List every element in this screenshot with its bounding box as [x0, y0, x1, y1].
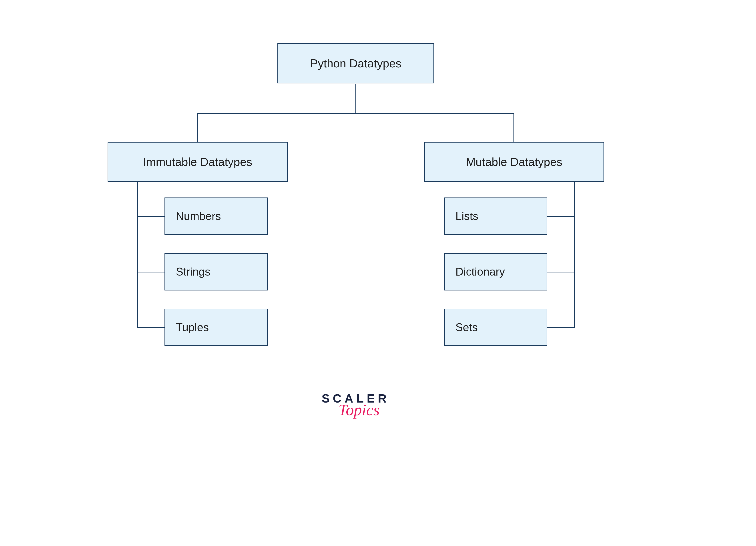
- root-node: Python Datatypes: [277, 43, 434, 83]
- category-immutable: Immutable Datatypes: [108, 142, 288, 182]
- leaf-numbers: Numbers: [164, 197, 268, 235]
- connector: [547, 328, 574, 328]
- connector: [547, 216, 574, 217]
- leaf-lists: Lists: [444, 197, 547, 235]
- connector: [574, 182, 575, 328]
- leaf-sets: Sets: [444, 309, 547, 346]
- connector: [137, 272, 164, 272]
- brand-logo: SCALER Topics: [316, 392, 396, 419]
- connector: [137, 216, 164, 217]
- leaf-tuples: Tuples: [164, 309, 268, 346]
- connector: [137, 328, 164, 328]
- connector: [513, 113, 514, 142]
- category-mutable: Mutable Datatypes: [424, 142, 604, 182]
- leaf-strings: Strings: [164, 253, 268, 291]
- connector: [197, 113, 198, 142]
- connector: [137, 182, 138, 328]
- hierarchy-diagram: Python Datatypes Immutable Datatypes Mut…: [0, 0, 756, 546]
- connector: [547, 272, 574, 272]
- connector: [197, 113, 514, 114]
- leaf-dictionary: Dictionary: [444, 253, 547, 291]
- connector: [355, 84, 356, 113]
